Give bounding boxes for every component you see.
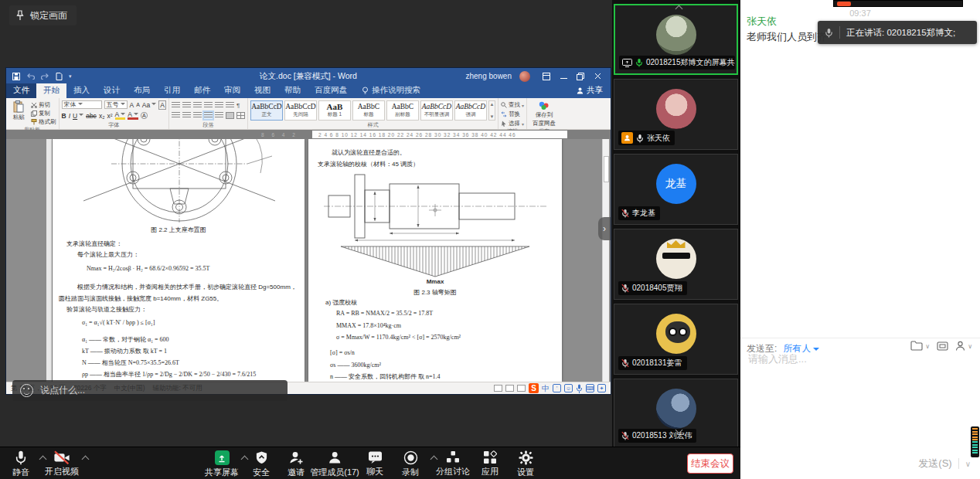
decrease-indent-icon[interactable] xyxy=(204,102,213,109)
increase-indent-icon[interactable] xyxy=(215,102,223,109)
apps-button[interactable]: 应用 xyxy=(481,450,499,477)
video-tile[interactable]: 02018405贾翔 xyxy=(614,229,738,300)
find-button[interactable]: 查找▾ xyxy=(501,101,524,109)
shading-icon[interactable] xyxy=(226,112,234,119)
video-tile[interactable]: 龙基 李龙基 xyxy=(614,154,738,225)
align-right-icon[interactable] xyxy=(193,112,202,119)
tab-insert[interactable]: 插入 xyxy=(66,83,97,98)
minimize-icon[interactable] xyxy=(555,70,572,83)
print-layout-icon[interactable] xyxy=(505,385,514,392)
style-subtle-emphasis[interactable]: AaBbCcD不明显强调 xyxy=(420,100,453,121)
superscript-icon[interactable]: x² xyxy=(107,112,112,120)
line-spacing-icon[interactable] xyxy=(215,112,223,119)
char-border-icon[interactable]: A xyxy=(158,100,166,110)
web-layout-icon[interactable] xyxy=(517,385,526,392)
new-doc-icon[interactable] xyxy=(56,73,63,80)
select-button[interactable]: 选择▾ xyxy=(501,120,524,127)
close-icon[interactable] xyxy=(589,70,606,83)
chat-sender-name[interactable]: 张天依 xyxy=(747,15,777,29)
font-color-icon[interactable]: A xyxy=(128,111,138,120)
style-title[interactable]: AaBbC标题 xyxy=(352,100,385,121)
cut-button[interactable]: 剪切 xyxy=(31,101,56,109)
screenshot-icon[interactable] xyxy=(937,341,948,352)
send-button[interactable]: 发送(S) xyxy=(918,457,951,471)
qat-customize-icon[interactable]: ▾ xyxy=(69,73,72,80)
word-account-avatar[interactable] xyxy=(519,71,530,82)
style-no-spacing[interactable]: AaBbCcD无间隔 xyxy=(284,100,317,121)
member-dropdown-icon[interactable]: ∨ xyxy=(968,343,972,350)
quick-reaction-bar[interactable]: 说点什么... xyxy=(12,380,288,401)
sort-icon[interactable] xyxy=(226,102,234,109)
chat-image-cropped[interactable] xyxy=(833,0,963,7)
style-subtitle[interactable]: AaBbC副标题 xyxy=(386,100,419,121)
redo-icon[interactable] xyxy=(41,73,49,80)
copy-button[interactable]: 复制 xyxy=(31,110,56,117)
underline-icon[interactable]: U xyxy=(73,112,83,120)
pin-view-button[interactable]: 锁定画面 xyxy=(9,5,77,25)
save-to-netdisk-button[interactable]: 保存到 百度网盘 xyxy=(529,100,559,127)
ime-keyboard-icon[interactable]: ⌨ xyxy=(586,384,594,392)
document-area[interactable]: 图 2.2 上支座布置图 支承滚轮直径确定： 每个滚轮上最大压力： Nmax =… xyxy=(6,139,611,382)
save-icon[interactable] xyxy=(12,73,20,80)
tab-home[interactable]: 开始 xyxy=(36,83,66,98)
record-button[interactable]: 录制 xyxy=(402,450,419,478)
shrink-font-icon[interactable]: A xyxy=(136,102,140,107)
video-tile-sharing[interactable]: 02018215郑博文的屏幕共享 xyxy=(614,4,738,75)
document-scrollbar[interactable] xyxy=(602,139,609,382)
ime-mic-icon[interactable] xyxy=(576,384,583,393)
align-center-icon[interactable] xyxy=(182,112,191,119)
emoji-icon[interactable] xyxy=(20,384,33,397)
share-screen-button[interactable]: 共享屏幕 xyxy=(205,450,239,478)
tab-layout[interactable]: 布局 xyxy=(127,83,157,98)
scrollbar-thumb[interactable] xyxy=(604,156,609,182)
security-button[interactable]: 安全 xyxy=(253,450,270,478)
mention-member-icon[interactable] xyxy=(955,341,965,352)
align-left-icon[interactable] xyxy=(172,112,180,119)
highlight-color-icon[interactable]: A xyxy=(115,111,126,120)
mute-button[interactable]: 静音 xyxy=(12,450,29,478)
ime-mode-toggle[interactable]: 中 xyxy=(542,383,550,394)
video-tile[interactable]: 02018513 刘宏伟 xyxy=(614,379,738,447)
change-case-icon[interactable]: Aa xyxy=(142,101,156,109)
end-meeting-button[interactable]: 结束会议 xyxy=(687,454,733,474)
multilevel-list-icon[interactable] xyxy=(193,102,202,109)
ime-emoji-icon[interactable]: ☺ xyxy=(564,384,573,392)
font-size-select[interactable]: 五号 xyxy=(104,100,128,109)
tab-design[interactable]: 设计 xyxy=(97,83,127,98)
pilcrow-icon[interactable]: ¶ xyxy=(236,102,240,109)
bold-icon[interactable]: B xyxy=(62,112,66,120)
style-normal[interactable]: AaBbCcD正文 xyxy=(250,100,283,121)
italic-icon[interactable]: I xyxy=(69,112,70,120)
word-account-name[interactable]: zheng bowen xyxy=(466,72,512,80)
tab-review[interactable]: 审阅 xyxy=(217,83,247,98)
horizontal-ruler[interactable]: 8 6 4 2 2 4 6 8 10 12 14 16 18 20 22 24 … xyxy=(6,130,611,139)
sogou-ime-logo[interactable]: S xyxy=(529,383,539,393)
tab-file[interactable]: 文件 xyxy=(6,83,36,98)
video-options-icon[interactable] xyxy=(82,456,90,464)
file-dropdown-icon[interactable]: ∨ xyxy=(925,343,930,350)
share-options-icon[interactable] xyxy=(241,456,249,464)
share-button[interactable]: 共享 xyxy=(569,85,611,98)
say-something-placeholder[interactable]: 说点什么... xyxy=(40,384,85,397)
ime-punctuation-icon[interactable]: ’ xyxy=(553,384,561,392)
tab-references[interactable]: 引用 xyxy=(157,83,187,98)
restore-icon[interactable] xyxy=(572,70,589,83)
send-file-icon[interactable] xyxy=(910,341,923,352)
style-heading1[interactable]: AaB标题 1 xyxy=(318,100,351,121)
ribbon-display-options-icon[interactable] xyxy=(538,70,555,83)
numbering-icon[interactable] xyxy=(182,102,191,109)
enclose-char-icon[interactable]: A xyxy=(141,112,148,119)
strikethrough-icon[interactable]: abc xyxy=(86,112,97,120)
format-painter-button[interactable]: 格式刷 xyxy=(31,118,56,126)
paste-button[interactable]: 粘贴 xyxy=(9,100,29,121)
justify-icon[interactable] xyxy=(204,112,213,119)
tell-me-search[interactable]: 操作说明搜索 xyxy=(362,85,420,98)
sidebar-collapse-handle[interactable]: › xyxy=(598,217,611,240)
font-name-select[interactable]: 宋体 xyxy=(62,100,102,109)
settings-button[interactable]: 设置 xyxy=(517,450,534,478)
send-options-icon[interactable]: ∨ xyxy=(965,460,971,468)
subscript-icon[interactable]: x₂ xyxy=(99,112,105,120)
tab-baidu-netdisk[interactable]: 百度网盘 xyxy=(308,83,354,98)
ime-toolbox-icon[interactable]: ✦ xyxy=(597,384,606,392)
chat-button[interactable]: 聊天 xyxy=(366,450,383,477)
